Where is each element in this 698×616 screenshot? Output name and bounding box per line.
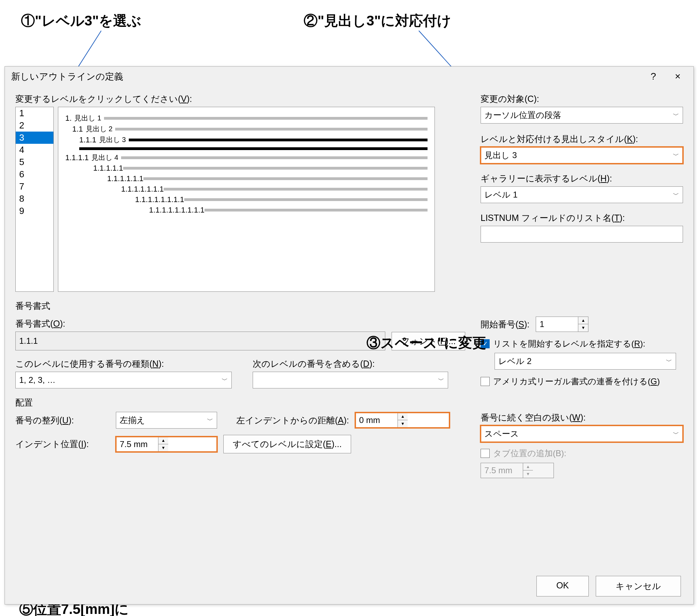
gallery-level-label: ギャラリーに表示するレベル(H): (481, 173, 683, 184)
set-all-levels-button[interactable]: すべてのレベルに設定(E)... (223, 435, 351, 453)
level-list[interactable]: 123456789 (15, 107, 54, 292)
ok-button[interactable]: OK (536, 576, 589, 596)
indent-pos-label: インデント位置(I): (15, 438, 110, 450)
listnum-label: LISTNUM フィールドのリスト名(T): (481, 212, 683, 224)
legal-checkbox[interactable]: アメリカ式リーガル書式の連番を付ける(G) (481, 376, 660, 387)
left-indent-spinner[interactable]: ▲▼ (355, 413, 450, 428)
chevron-down-icon: ﹀ (222, 376, 228, 384)
include-prev-label: 次のレベルの番号を含める(D): (253, 358, 467, 370)
cancel-button[interactable]: キャンセル (596, 576, 681, 596)
preview-pane: 1.見出し 11.1見出し 21.1.1見出し 31.1.1.1見出し 41.1… (58, 107, 435, 292)
add-tab-checkbox[interactable]: タブ位置の追加(B): (481, 448, 566, 459)
preview-line: 1.1.1見出し 3 (79, 135, 428, 144)
num-format-input[interactable] (15, 332, 385, 350)
chevron-down-icon: ﹀ (673, 151, 679, 159)
linked-style-select[interactable]: 見出し 3﹀ (481, 147, 683, 164)
spin-down-icon[interactable]: ▼ (578, 324, 588, 332)
preview-line: 1.1.1.1見出し 4 (65, 153, 428, 162)
dialog-title: 新しいアウトラインの定義 (11, 70, 641, 83)
close-button[interactable]: × (666, 71, 690, 82)
spin-down-icon: ▼ (523, 470, 533, 478)
outline-define-dialog: 新しいアウトラインの定義 ? × 変更するレベルをクリックしてください(V): … (5, 66, 694, 604)
start-at-label: 開始番号(S): (481, 319, 529, 330)
preview-line: 1.1見出し 2 (72, 124, 428, 134)
preview-line: 1.1.1.1.1 (93, 164, 428, 173)
preview-line: 1.1.1.1.1.1.1 (121, 185, 428, 194)
spin-up-icon: ▲ (523, 463, 533, 470)
gallery-level-select[interactable]: レベル 1﹀ (481, 186, 683, 203)
change-target-select[interactable]: カーソル位置の段落﹀ (481, 107, 683, 124)
footer-buttons: OK キャンセル (536, 576, 681, 596)
num-format-label: 番号書式(O): (15, 318, 467, 329)
checkbox-unchecked-icon (481, 377, 490, 386)
start-at-input[interactable] (536, 319, 578, 329)
position-section-label: 配置 (15, 397, 683, 408)
follow-label: 番号に続く空白の扱い(W): (481, 412, 683, 423)
chevron-down-icon: ﹀ (673, 430, 679, 438)
start-at-spinner[interactable]: ▲▼ (536, 317, 588, 332)
num-style-label: このレベルに使用する番号の種類(N): (15, 358, 232, 370)
checkbox-unchecked-icon (481, 449, 490, 458)
level-item-5[interactable]: 5 (16, 156, 53, 168)
level-item-3[interactable]: 3 (16, 132, 53, 144)
spin-up-icon[interactable]: ▲ (158, 437, 168, 444)
num-style-select[interactable]: 1, 2, 3, …﹀ (15, 372, 232, 388)
annotation-3: ③スペース"に変更 (366, 333, 486, 352)
restart-checkbox[interactable]: ✓ リストを開始するレベルを指定する(R): (481, 338, 645, 349)
spin-up-icon[interactable]: ▲ (398, 413, 408, 420)
num-align-select[interactable]: 左揃え﹀ (116, 412, 217, 429)
include-prev-select[interactable]: ﹀ (253, 372, 448, 388)
chevron-down-icon: ﹀ (666, 357, 672, 365)
indent-pos-input[interactable] (116, 439, 158, 449)
chevron-down-icon: ﹀ (673, 111, 679, 119)
level-item-2[interactable]: 2 (16, 119, 53, 132)
preview-bar (79, 147, 428, 150)
listnum-input[interactable] (481, 226, 683, 243)
preview-line: 1.1.1.1.1.1 (107, 174, 428, 183)
num-align-label: 番号の整列(U): (15, 415, 110, 426)
num-format-section-label: 番号書式 (15, 300, 683, 312)
level-item-1[interactable]: 1 (16, 107, 53, 119)
preview-line: 1.見出し 1 (65, 113, 428, 123)
level-item-4[interactable]: 4 (16, 144, 53, 156)
restart-level-select[interactable]: レベル 2﹀ (495, 353, 676, 370)
preview-line: 1.1.1.1.1.1.1.1.1 (149, 206, 428, 215)
spin-up-icon[interactable]: ▲ (578, 317, 588, 324)
tab-pos-spinner: ▲▼ (481, 463, 554, 478)
change-target-label: 変更の対象(C): (481, 93, 683, 105)
indent-pos-spinner[interactable]: ▲▼ (116, 437, 217, 452)
spin-down-icon[interactable]: ▼ (398, 420, 408, 428)
help-button[interactable]: ? (641, 71, 666, 82)
annotation-2: ②"見出し3"に対応付け (304, 11, 451, 30)
chevron-down-icon: ﹀ (207, 416, 213, 424)
preview-line: 1.1.1.1.1.1.1.1 (135, 195, 428, 204)
left-indent-input[interactable] (356, 415, 398, 425)
linked-style-label: レベルと対応付ける見出しスタイル(K): (481, 133, 683, 145)
level-item-7[interactable]: 7 (16, 180, 53, 193)
level-item-9[interactable]: 9 (16, 205, 53, 217)
level-item-6[interactable]: 6 (16, 168, 53, 180)
tab-pos-input (481, 466, 523, 475)
chevron-down-icon: ﹀ (673, 191, 679, 199)
chevron-down-icon: ﹀ (438, 376, 444, 384)
follow-select[interactable]: スペース﹀ (481, 425, 683, 442)
titlebar: 新しいアウトラインの定義 ? × (5, 67, 693, 86)
level-item-8[interactable]: 8 (16, 193, 53, 205)
click-level-label: 変更するレベルをクリックしてください(V): (15, 93, 467, 105)
left-indent-label: 左インデントからの距離(A): (223, 415, 349, 426)
annotation-1: ①"レベル3"を選ぶ (21, 11, 141, 30)
spin-down-icon[interactable]: ▼ (158, 444, 168, 452)
